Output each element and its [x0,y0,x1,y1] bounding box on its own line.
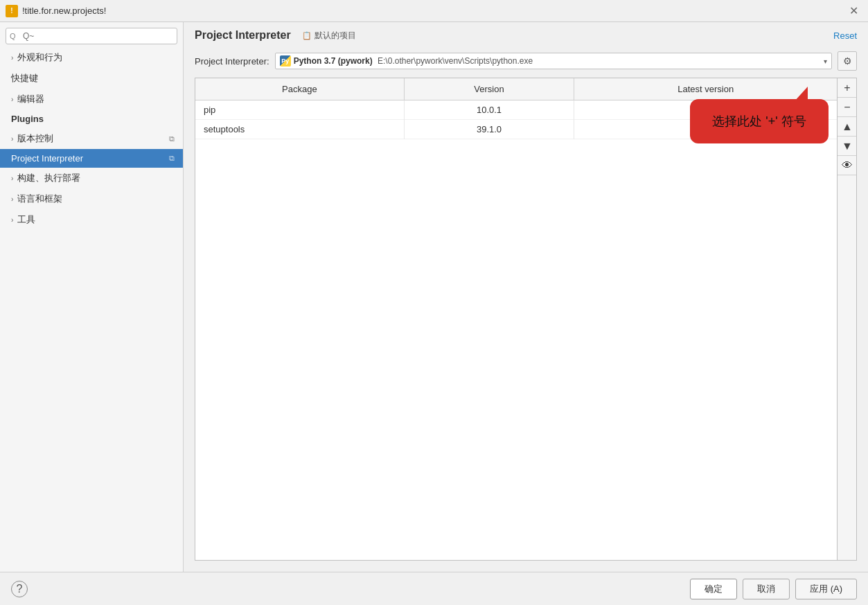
add-package-button[interactable]: + [838,78,857,98]
sidebar-item-editor[interactable]: › 编辑器 [0,89,183,109]
sidebar-item-plugins[interactable]: Plugins [0,109,183,128]
cell-package: pip [195,100,404,120]
content-header: Project Interpreter 📋 默认的项目 Reset [184,22,868,47]
window-title: !title.for.new.projects! [22,6,106,16]
main-container: Q › 外观和行为 快捷键 › 编辑器 Plugins › 版本控制 ⧉ Pro… [0,22,868,572]
sidebar-item-shortcuts[interactable]: 快捷键 [0,68,183,89]
question-icon: ? [17,583,23,595]
search-box[interactable]: Q [6,28,177,44]
col-package: Package [195,78,404,100]
search-input[interactable] [6,28,177,44]
table-actions: + − ▲ ▼ 👁 [837,78,856,560]
sidebar-item-label: Plugins [11,114,44,124]
interpreter-select-text: Python 3.7 (pywork) E:\0.other\pywork\ve… [294,56,821,66]
callout-annotation: 选择此处 '+' 符号 [690,99,829,143]
interpreter-path: E:\0.other\pywork\venv\Scripts\python.ex… [378,56,533,66]
move-down-button[interactable]: ▼ [838,137,857,156]
callout-text: 选择此处 '+' 符号 [712,114,806,128]
titlebar: ! !title.for.new.projects! ✕ [0,0,868,22]
content-area: Project Interpreter 📋 默认的项目 Reset Projec… [184,22,868,572]
tab-label: 默认的项目 [315,30,356,42]
eye-button[interactable]: 👁 [838,156,857,175]
table-header-row: Package Version Latest version [195,78,837,100]
chevron-icon: › [11,54,13,62]
gear-icon: ⚙ [843,55,852,67]
page-title: Project Interpreter [195,29,291,42]
interpreter-name: Python 3.7 (pywork) [294,56,373,66]
apply-button[interactable]: 应用 (A) [795,579,857,599]
sidebar-item-label: 语言和框架 [17,193,62,205]
sidebar-item-build[interactable]: › 构建、执行部署 [0,168,183,188]
chevron-icon: › [11,135,13,143]
search-icon: Q [10,32,16,40]
sidebar-item-label: Project Interpreter [11,153,83,164]
sidebar: Q › 外观和行为 快捷键 › 编辑器 Plugins › 版本控制 ⧉ Pro… [0,22,184,572]
sidebar-item-languages[interactable]: › 语言和框架 [0,188,183,209]
package-table-container: Package Version Latest version pip 10.0.… [195,78,857,561]
cancel-button[interactable]: 取消 [743,579,790,599]
tab-icon: 📋 [302,31,312,40]
remove-package-button[interactable]: − [838,98,857,117]
sidebar-item-tools[interactable]: › 工具 [0,209,183,230]
sidebar-item-project-interpreter[interactable]: Project Interpreter ⧉ [0,149,183,168]
cell-package: setuptools [195,120,404,139]
interpreter-row: Project Interpreter: Py Python 3.7 (pywo… [184,47,868,78]
sidebar-item-label: 构建、执行部署 [17,172,80,184]
chevron-icon: › [11,216,13,224]
chevron-icon: › [11,195,13,203]
confirm-button[interactable]: 确定 [690,579,737,599]
interpreter-settings-button[interactable]: ⚙ [838,51,857,71]
chevron-icon: › [11,96,13,103]
chevron-down-icon: ▾ [824,58,827,65]
eye-icon: 👁 [842,159,853,172]
chevron-icon: › [11,175,13,182]
help-button[interactable]: ? [11,581,28,597]
interpreter-select[interactable]: Py Python 3.7 (pywork) E:\0.other\pywork… [275,53,832,69]
sidebar-item-label: 编辑器 [17,93,44,105]
sidebar-item-label: 快捷键 [11,72,38,85]
close-button[interactable]: ✕ [845,3,862,19]
move-up-button[interactable]: ▲ [838,117,857,137]
python-icon: Py [280,55,291,67]
sidebar-item-vcs[interactable]: › 版本控制 ⧉ [0,128,183,149]
cell-version: 39.1.0 [404,120,574,139]
sidebar-item-label: 外观和行为 [17,51,62,64]
copy-icon: ⧉ [169,154,175,163]
col-version: Version [404,78,574,100]
bottom-bar: ? 确定 取消 应用 (A) [0,572,868,605]
copy-icon: ⧉ [169,134,175,143]
sidebar-item-label: 版本控制 [17,132,53,145]
content-tab[interactable]: 📋 默认的项目 [302,30,356,42]
titlebar-left: ! !title.for.new.projects! [6,5,106,17]
package-table: Package Version Latest version pip 10.0.… [195,78,837,560]
app-icon: ! [6,5,18,17]
interpreter-label: Project Interpreter: [195,56,269,67]
sidebar-item-appearance[interactable]: › 外观和行为 [0,47,183,68]
reset-button[interactable]: Reset [833,30,857,41]
sidebar-item-label: 工具 [17,213,35,226]
app-icon-label: ! [10,7,12,15]
cell-version: 10.0.1 [404,100,574,120]
content-header-left: Project Interpreter 📋 默认的项目 [195,29,356,42]
